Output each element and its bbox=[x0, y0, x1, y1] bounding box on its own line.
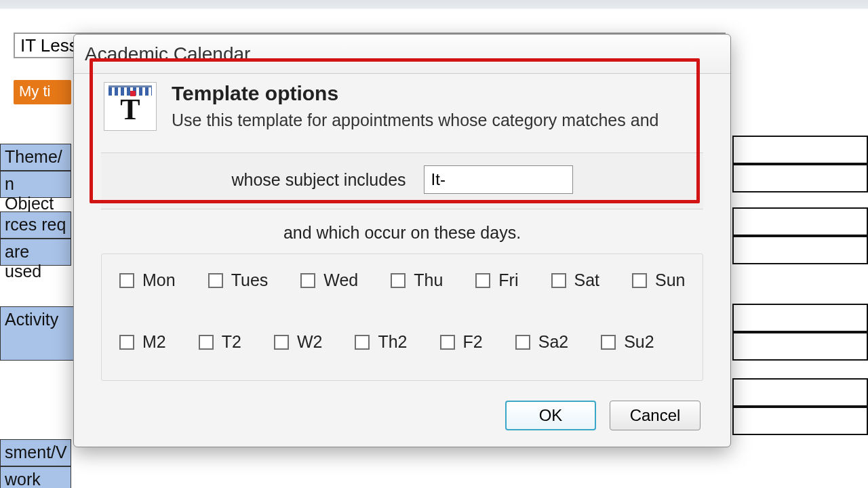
dialog-title: Academic Calendar bbox=[85, 43, 250, 65]
bg-cell bbox=[732, 304, 868, 332]
checkbox[interactable] bbox=[119, 273, 134, 288]
day-th2[interactable]: Th2 bbox=[355, 332, 407, 352]
subject-label: whose subject includes bbox=[231, 170, 406, 190]
checkbox[interactable] bbox=[199, 335, 214, 350]
subject-input[interactable] bbox=[424, 165, 573, 194]
day-label: Sun bbox=[655, 270, 685, 290]
checkbox[interactable] bbox=[515, 335, 530, 350]
day-label: M2 bbox=[142, 332, 166, 352]
day-wed[interactable]: Wed bbox=[300, 270, 358, 290]
checkbox[interactable] bbox=[601, 335, 616, 350]
bg-label: are used bbox=[0, 239, 71, 266]
bg-label: sment/V bbox=[0, 439, 71, 466]
checkbox[interactable] bbox=[440, 335, 455, 350]
checkbox[interactable] bbox=[391, 273, 406, 288]
checkbox[interactable] bbox=[551, 273, 566, 288]
cancel-button[interactable]: Cancel bbox=[610, 401, 701, 430]
day-label: Sa2 bbox=[538, 332, 568, 352]
day-f2[interactable]: F2 bbox=[440, 332, 483, 352]
checkbox[interactable] bbox=[274, 335, 289, 350]
day-label: Thu bbox=[414, 270, 443, 290]
checkbox[interactable] bbox=[355, 335, 370, 350]
day-m2[interactable]: M2 bbox=[119, 332, 166, 352]
dialog-titlebar[interactable]: Academic Calendar bbox=[74, 35, 730, 74]
bg-label: n Object bbox=[0, 171, 71, 198]
background-tab[interactable]: My ti bbox=[14, 80, 71, 104]
checkbox[interactable] bbox=[208, 273, 223, 288]
template-icon bbox=[104, 82, 157, 131]
subject-row: whose subject includes bbox=[101, 152, 703, 209]
day-sun[interactable]: Sun bbox=[632, 270, 685, 290]
day-label: F2 bbox=[463, 332, 483, 352]
day-label: Mon bbox=[142, 270, 176, 290]
bg-label: Theme/ bbox=[0, 144, 71, 171]
bg-cell bbox=[732, 407, 868, 435]
days-panel: Mon Tues Wed Thu Fri Sat Sun M2 T2 W2 Th… bbox=[101, 253, 703, 381]
bg-label: work bbox=[0, 466, 71, 488]
checkbox[interactable] bbox=[475, 273, 490, 288]
ok-button[interactable]: OK bbox=[505, 401, 596, 430]
day-thu[interactable]: Thu bbox=[391, 270, 443, 290]
days-caption: and which occur on these days. bbox=[101, 223, 703, 243]
bg-cell bbox=[732, 378, 868, 407]
header-title: Template options bbox=[172, 82, 658, 105]
day-tue[interactable]: Tues bbox=[208, 270, 269, 290]
day-fri[interactable]: Fri bbox=[475, 270, 518, 290]
day-label: Wed bbox=[323, 270, 358, 290]
bg-cell bbox=[732, 136, 868, 164]
bg-cell bbox=[732, 164, 868, 192]
day-label: W2 bbox=[297, 332, 323, 352]
day-label: Tues bbox=[231, 270, 269, 290]
day-label: Su2 bbox=[624, 332, 654, 352]
day-label: Fri bbox=[498, 270, 518, 290]
day-label: Th2 bbox=[378, 332, 407, 352]
checkbox[interactable] bbox=[300, 273, 315, 288]
days-row-1: Mon Tues Wed Thu Fri Sat Sun bbox=[119, 270, 685, 290]
day-w2[interactable]: W2 bbox=[274, 332, 323, 352]
day-sat[interactable]: Sat bbox=[551, 270, 600, 290]
dialog-template-options: Academic Calendar Template options Use t… bbox=[73, 34, 731, 447]
day-sa2[interactable]: Sa2 bbox=[515, 332, 568, 352]
checkbox[interactable] bbox=[632, 273, 647, 288]
checkbox[interactable] bbox=[119, 335, 134, 350]
day-su2[interactable]: Su2 bbox=[601, 332, 654, 352]
bg-cell bbox=[732, 332, 868, 361]
days-row-2: M2 T2 W2 Th2 F2 Sa2 Su2 bbox=[119, 332, 685, 352]
bg-label: rces req bbox=[0, 211, 71, 239]
header-desc: Use this template for appointments whose… bbox=[172, 110, 658, 130]
bg-cell bbox=[732, 236, 868, 264]
day-mon[interactable]: Mon bbox=[119, 270, 176, 290]
bg-cell bbox=[732, 207, 868, 236]
day-label: Sat bbox=[574, 270, 600, 290]
day-t2[interactable]: T2 bbox=[199, 332, 241, 352]
day-label: T2 bbox=[222, 332, 241, 352]
